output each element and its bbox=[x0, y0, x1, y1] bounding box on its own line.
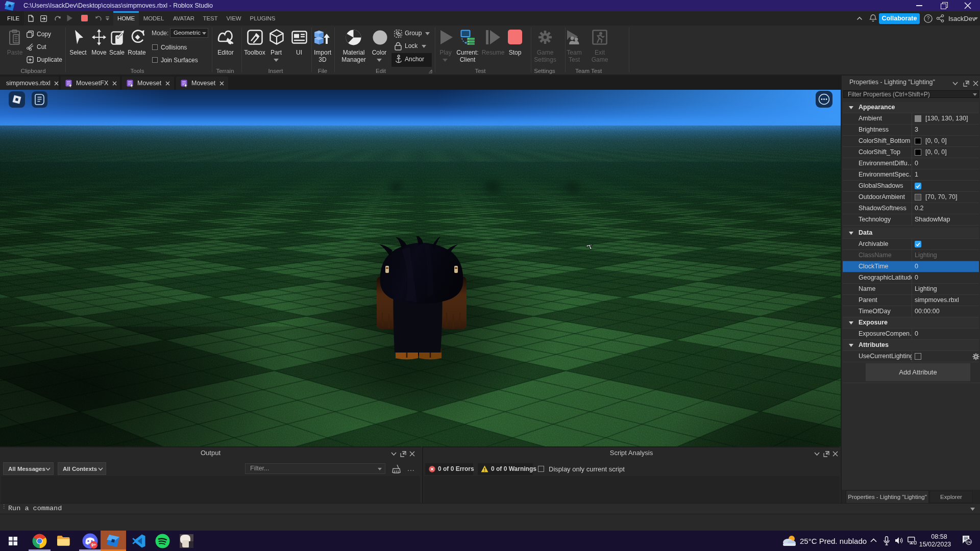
svg-text:?: ? bbox=[927, 16, 930, 21]
svg-text:9+: 9+ bbox=[91, 542, 96, 547]
svg-text:24: 24 bbox=[967, 540, 971, 544]
